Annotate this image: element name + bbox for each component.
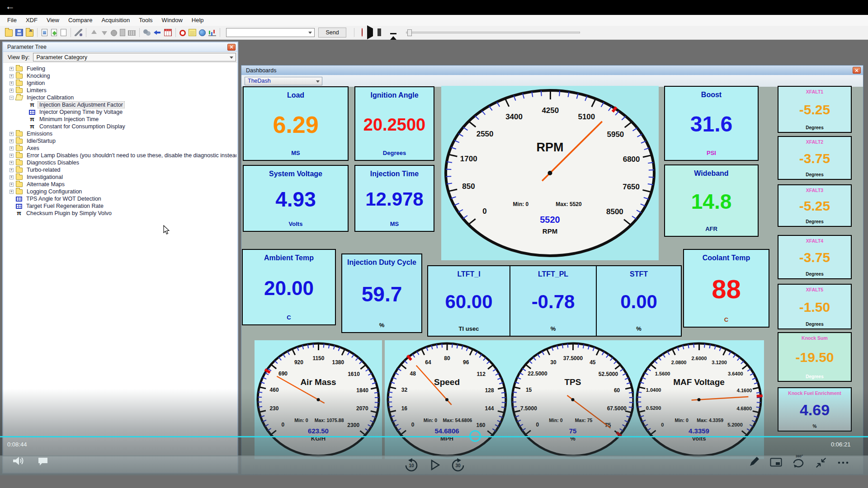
menu-file[interactable]: File (3, 16, 21, 25)
menu-window[interactable]: Window (157, 16, 187, 25)
dashboard-selector[interactable]: TheDash (245, 77, 322, 85)
tile-value: 31.6 (690, 99, 732, 150)
tree-item[interactable]: +Investigational (4, 174, 236, 181)
open-file-icon[interactable] (5, 29, 13, 37)
send-button[interactable]: Send (318, 28, 346, 38)
stop-sign-icon[interactable] (179, 30, 186, 36)
comb-icon[interactable] (128, 30, 136, 36)
pause-button[interactable] (377, 28, 381, 37)
tree-item[interactable]: πInjection Basic Adjustment Factor (4, 101, 236, 108)
expander-plus-icon[interactable]: + (9, 175, 14, 179)
playback-slider-thumb[interactable] (407, 29, 412, 36)
expander-plus-icon[interactable]: + (9, 67, 14, 71)
close-button[interactable] (227, 44, 236, 51)
menu-view[interactable]: View (42, 16, 64, 25)
tree-item[interactable]: +Error Lamp Disables (you shouldn't need… (4, 152, 236, 159)
tree-item[interactable]: TPS Angle for WOT Detection (4, 195, 236, 202)
video-progress-handle[interactable] (469, 430, 481, 442)
expander-plus-icon[interactable]: + (9, 168, 14, 172)
picture-in-picture-icon[interactable] (770, 458, 782, 467)
tile-unit: Degrees (383, 150, 406, 156)
view-by-combo-value: Parameter Category (36, 54, 87, 61)
command-combo[interactable] (226, 28, 315, 37)
menu-xdf[interactable]: XDF (21, 16, 42, 25)
chat-icon[interactable] (38, 457, 49, 466)
edit-pencil-icon[interactable] (749, 455, 760, 467)
globe-icon[interactable] (199, 29, 206, 36)
svg-text:Max: 4.3359: Max: 4.3359 (697, 418, 723, 423)
tree-item[interactable]: Target Fuel Regeneration Rate (4, 202, 236, 210)
page-icon[interactable] (120, 29, 125, 36)
eject-button[interactable] (390, 28, 396, 37)
collapse-icon[interactable] (815, 456, 827, 469)
tile-injection_duty: Injection Duty Cycle59.7% (341, 253, 422, 333)
tree-item[interactable]: πChecksum Plugin by Simply Volvo (4, 210, 236, 217)
tree-item[interactable]: +Alternate Maps (4, 181, 236, 188)
menu-tools[interactable]: Tools (134, 16, 157, 25)
tile-unit: AFR (705, 225, 717, 232)
tree-item[interactable]: +Fueling (4, 65, 236, 72)
sync-arrow-icon[interactable] (154, 29, 161, 36)
close-button[interactable] (853, 67, 861, 74)
back-arrow-icon[interactable]: ← (5, 1, 15, 12)
rewind-10-button[interactable]: 10 (404, 458, 419, 472)
record-button[interactable] (362, 28, 363, 37)
tree-item[interactable]: +Emissions (4, 130, 236, 137)
tree-item[interactable]: Injector Opening Time by Voltage (4, 108, 236, 116)
expander-plus-icon[interactable]: + (9, 161, 14, 165)
expander-minus-icon[interactable]: − (9, 96, 14, 100)
expander-plus-icon[interactable]: + (9, 89, 14, 93)
compare-doc-icon[interactable] (42, 29, 47, 36)
tree-item[interactable]: πMinimum Injection Time (4, 116, 236, 123)
record-set-icon[interactable] (111, 30, 117, 36)
notepad-icon[interactable] (189, 29, 196, 36)
expander-plus-icon[interactable]: + (9, 132, 14, 136)
tree-item[interactable]: πConstant for Consumption Display (4, 123, 236, 130)
tree-item[interactable]: +Axes (4, 145, 236, 152)
view-by-combo[interactable]: Parameter Category (33, 53, 236, 61)
pi-icon: π (29, 117, 35, 122)
expander-plus-icon[interactable]: + (9, 146, 14, 150)
menu-compare[interactable]: Compare (64, 16, 97, 25)
more-options-icon[interactable] (837, 461, 849, 465)
video-progress-line[interactable] (0, 436, 868, 437)
expander-plus-icon[interactable]: + (9, 74, 14, 78)
tree-item[interactable]: +Knocking (4, 72, 236, 80)
move-down-icon[interactable] (100, 29, 108, 36)
folder-icon (16, 189, 23, 194)
tree-item[interactable]: +Idle/Startup (4, 137, 236, 145)
move-up-icon[interactable] (90, 29, 98, 36)
tree-item[interactable]: +Logging Configuration (4, 188, 236, 195)
tree-item[interactable]: −Injector Calibration (4, 94, 236, 101)
expander-plus-icon[interactable]: + (9, 183, 14, 187)
tree-item[interactable]: +Ignition (4, 80, 236, 87)
table-icon (29, 110, 35, 115)
svg-text:5100: 5100 (578, 113, 595, 121)
tile-value: 88 (712, 262, 741, 316)
save-icon[interactable] (15, 29, 23, 36)
menu-acquisition[interactable]: Acquisition (97, 16, 134, 25)
play-button[interactable] (367, 28, 373, 37)
tree-item[interactable]: +Turbo-related (4, 166, 236, 174)
rotate-360-icon[interactable]: 360° (790, 454, 805, 469)
expander-plus-icon[interactable]: + (9, 81, 14, 85)
verify-doc-icon[interactable] (51, 29, 57, 36)
playback-slider[interactable] (406, 32, 580, 33)
tile-title: Knock Sum (802, 335, 828, 341)
volume-icon[interactable] (13, 456, 24, 465)
chart-icon[interactable] (208, 29, 216, 36)
menu-help[interactable]: Help (187, 16, 208, 25)
forward-30-button[interactable]: 30 (450, 458, 466, 472)
tree-item[interactable]: +Limiters (4, 87, 236, 94)
expander-plus-icon[interactable]: + (9, 190, 14, 194)
table-editor-icon[interactable] (164, 29, 172, 36)
open-recent-icon[interactable] (26, 29, 33, 37)
tree-item[interactable]: +Diagnostics Disables (4, 159, 236, 166)
tile-title: System Voltage (269, 170, 322, 178)
settings-gears-icon[interactable] (143, 29, 151, 36)
play-video-button[interactable] (429, 460, 440, 470)
expander-plus-icon[interactable]: + (9, 139, 14, 143)
expander-plus-icon[interactable]: + (9, 154, 14, 158)
tools-icon[interactable] (75, 29, 82, 36)
new-doc-icon[interactable] (61, 29, 66, 36)
